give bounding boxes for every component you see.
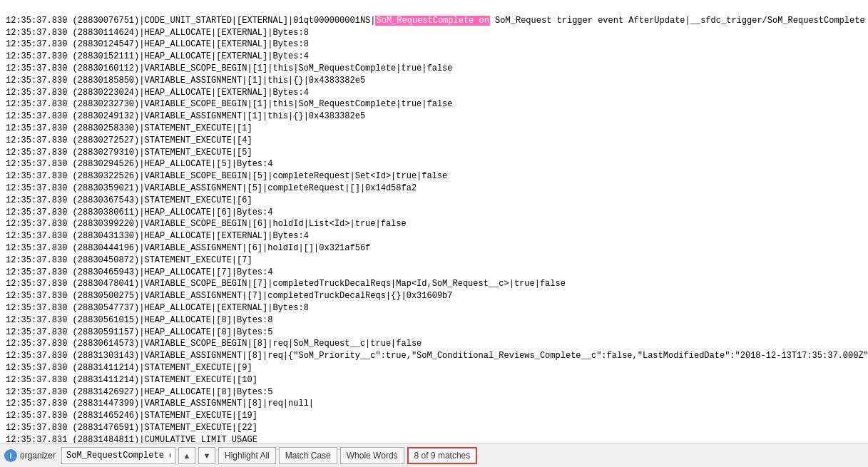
log-line: 12:35:37.830 (28830272527)|STATEMENT_EXE… xyxy=(6,135,862,147)
highlight-all-button[interactable]: Highlight All xyxy=(218,447,276,464)
log-line: 12:35:37.830 (28830450872)|STATEMENT_EXE… xyxy=(6,255,862,267)
log-line: 12:35:37.830 (28830322526)|VARIABLE_SCOP… xyxy=(6,170,862,183)
bottom-bar: i organizer ▲ ▼ Highlight All Match Case… xyxy=(0,443,868,467)
log-line: 12:35:37.830 (28830561015)|HEAP_ALLOCATE… xyxy=(6,314,862,327)
log-line: 12:35:37.830 (28830185850)|VARIABLE_ASSI… xyxy=(6,75,862,87)
log-line: 12:35:37.830 (28830465943)|HEAP_ALLOCATE… xyxy=(6,267,862,279)
highlighted-match: SoM_RequestComplete on xyxy=(375,16,489,26)
log-line: 12:35:37.830 (28830114624)|HEAP_ALLOCATE… xyxy=(6,27,862,39)
log-line: 12:35:37.830 (28830591157)|HEAP_ALLOCATE… xyxy=(6,327,862,339)
log-line: 12:35:37.830 (28830614573)|VARIABLE_SCOP… xyxy=(6,338,862,350)
log-line: 12:35:37.830 (28831411214)|STATEMENT_EXE… xyxy=(6,374,862,386)
log-line: 12:35:37.830 (28831426927)|HEAP_ALLOCATE… xyxy=(6,386,862,399)
log-line: 12:35:37.830 (28830367543)|STATEMENT_EXE… xyxy=(6,195,862,207)
log-line: 12:35:37.830 (28830232730)|VARIABLE_SCOP… xyxy=(6,98,862,111)
log-line: 12:35:37.830 (28830478041)|VARIABLE_SCOP… xyxy=(6,278,862,290)
log-line: 12:35:37.830 (28830076751)|CODE_UNIT_STA… xyxy=(6,15,862,27)
log-line: 12:35:37.830 (28831476591)|STATEMENT_EXE… xyxy=(6,422,862,434)
log-line: 12:35:37.830 (28830152111)|HEAP_ALLOCATE… xyxy=(6,51,862,63)
log-line: 12:35:37.830 (28830294526)|HEAP_ALLOCATE… xyxy=(6,158,862,170)
search-input[interactable] xyxy=(61,447,175,464)
log-line: 12:35:37.830 (28830399220)|VARIABLE_SCOP… xyxy=(6,218,862,230)
log-area: 12:35:37.830 (28830076751)|CODE_UNIT_STA… xyxy=(0,0,868,443)
log-line: 12:35:37.830 (28831465246)|STATEMENT_EXE… xyxy=(6,410,862,422)
next-match-button[interactable]: ▼ xyxy=(198,447,215,464)
matches-badge: 8 of 9 matches xyxy=(407,447,478,464)
log-line: 12:35:37.830 (28831411214)|STATEMENT_EXE… xyxy=(6,362,862,374)
log-line: 12:35:37.830 (28830359021)|VARIABLE_ASSI… xyxy=(6,183,862,195)
info-icon: i xyxy=(4,449,17,462)
log-line: 12:35:37.830 (28831303143)|VARIABLE_ASSI… xyxy=(6,350,862,362)
log-line: 12:35:37.830 (28830547737)|HEAP_ALLOCATE… xyxy=(6,302,862,314)
log-line: 12:35:37.831 (28831484811)|CUMULATIVE_LI… xyxy=(6,434,862,443)
log-line: 12:35:37.830 (28830160112)|VARIABLE_SCOP… xyxy=(6,63,862,75)
log-line: 12:35:37.830 (28830431330)|HEAP_ALLOCATE… xyxy=(6,230,862,242)
log-line: 12:35:37.830 (28830258330)|STATEMENT_EXE… xyxy=(6,123,862,135)
log-line: 12:35:37.830 (28830500275)|VARIABLE_ASSI… xyxy=(6,290,862,302)
log-line: 12:35:37.830 (28830279310)|STATEMENT_EXE… xyxy=(6,147,862,159)
log-line: 12:35:37.830 (28830124547)|HEAP_ALLOCATE… xyxy=(6,39,862,51)
log-line: 12:35:37.830 (28830223024)|HEAP_ALLOCATE… xyxy=(6,87,862,99)
log-line: 12:35:37.830 (28831447399)|VARIABLE_ASSI… xyxy=(6,398,862,410)
log-line: 12:35:37.830 (28830249132)|VARIABLE_ASSI… xyxy=(6,111,862,123)
log-line: 12:35:37.830 (28830444196)|VARIABLE_ASSI… xyxy=(6,242,862,255)
organizer-label: organizer xyxy=(20,451,56,461)
log-line: 12:35:37.830 (28830380611)|HEAP_ALLOCATE… xyxy=(6,207,862,219)
prev-match-button[interactable]: ▲ xyxy=(178,447,195,464)
match-case-button[interactable]: Match Case xyxy=(279,447,337,464)
whole-words-button[interactable]: Whole Words xyxy=(340,447,404,464)
